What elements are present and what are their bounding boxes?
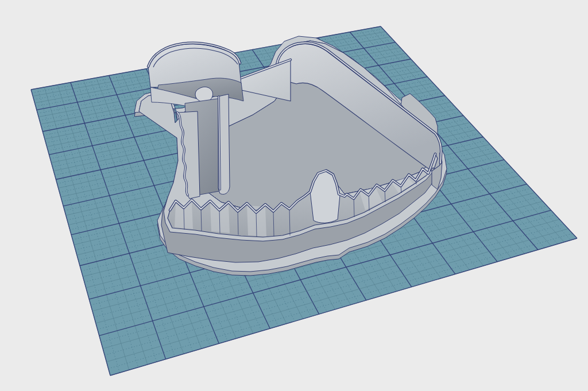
viewport-3d[interactable] xyxy=(0,0,588,391)
scene-canvas[interactable] xyxy=(0,0,588,391)
